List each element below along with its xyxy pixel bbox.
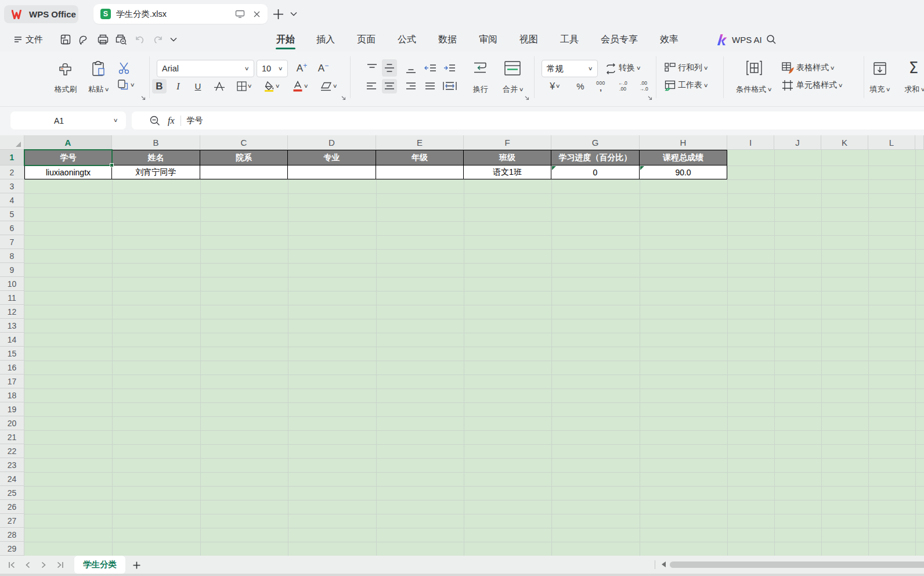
underline-button[interactable]: U [190,79,205,93]
row-header-5[interactable]: 5 [0,207,24,221]
horizontal-scrollbar-thumb[interactable] [670,561,924,568]
cell-E2[interactable] [376,165,464,179]
wps-ai-button[interactable]: WPS AI [716,27,762,52]
sum-icon[interactable]: Σ [905,59,922,77]
row-header-26[interactable]: 26 [0,500,24,514]
rows-columns-icon[interactable] [664,62,676,74]
zoom-formula-icon[interactable] [150,116,160,126]
menu-tab-9[interactable]: 会员专享 [601,27,638,52]
row-header-7[interactable]: 7 [0,235,24,249]
cell-style-icon[interactable] [781,80,794,91]
cell-C1[interactable]: 院系 [200,150,288,165]
sheet-tab-active[interactable]: 学生分类 [74,556,125,574]
column-header-M[interactable] [915,135,924,150]
cell-G2[interactable]: 0 [551,165,640,179]
cell-H2[interactable]: 90.0 [640,165,727,179]
monitor-icon[interactable] [235,10,245,18]
column-header-G[interactable]: G [551,135,640,150]
copy-icon[interactable]: ∨ [117,77,135,92]
column-header-K[interactable]: K [821,135,868,150]
print-icon[interactable] [97,27,109,52]
currency-format-button[interactable]: ¥∨ [544,79,565,93]
column-header-E[interactable]: E [376,135,464,150]
search-icon[interactable] [766,27,777,52]
row-header-28[interactable]: 28 [0,528,24,542]
new-tab-button[interactable] [272,8,284,20]
table-style-label[interactable]: 表格样式∨ [796,63,835,73]
merge-cells-icon[interactable] [503,59,522,77]
prev-sheet-icon[interactable] [25,556,30,574]
row-header-2[interactable]: 2 [0,165,24,179]
name-box[interactable]: A1 ∨ [10,111,126,129]
row-header-29[interactable]: 29 [0,542,24,556]
clipboard-dialog-launcher-icon[interactable] [141,96,146,100]
cell-B1[interactable]: 姓名 [112,150,200,165]
merge-cells-label[interactable]: 合并∨ [497,85,529,94]
scroll-left-icon[interactable] [662,561,666,567]
borders-button[interactable]: ∨ [232,79,257,93]
name-box-chevron-icon[interactable]: ∨ [113,118,118,123]
strikethrough-button[interactable] [211,79,228,93]
row-header-23[interactable]: 23 [0,458,24,472]
row-header-9[interactable]: 9 [0,263,24,277]
format-painter-icon[interactable] [56,60,74,78]
align-right-icon[interactable] [404,79,418,93]
cell-C2[interactable] [200,165,288,179]
redo-icon[interactable] [152,27,164,52]
format-painter-label[interactable]: 格式刷 [51,85,80,94]
fill-handle[interactable] [110,163,114,167]
font-name-combobox[interactable]: Arial∨ [157,60,254,77]
font-color-button[interactable]: ∨ [288,79,312,93]
cell-B2[interactable]: 刘宵宁同学 [112,165,200,179]
hamburger-menu-icon[interactable] [14,27,22,52]
row-header-14[interactable]: 14 [0,333,24,347]
fx-icon[interactable]: fx [168,116,175,126]
wrap-text-icon[interactable] [471,59,489,77]
align-center-icon[interactable] [382,79,397,93]
fill-color-button[interactable]: ∨ [259,79,284,93]
conditional-format-icon[interactable] [745,60,763,76]
fill-label[interactable]: 填充∨ [865,85,895,94]
font-dialog-launcher-icon[interactable] [341,96,346,100]
row-header-12[interactable]: 12 [0,305,24,319]
decrease-decimal-button[interactable]: .00→.0 [635,79,652,93]
column-header-C[interactable]: C [200,135,288,150]
first-sheet-icon[interactable] [8,556,16,574]
table-style-icon[interactable] [781,62,794,74]
sum-label[interactable]: 求和∨ [901,85,924,94]
align-justify-icon[interactable] [423,79,437,93]
row-header-17[interactable]: 17 [0,375,24,388]
menu-tab-4[interactable]: 公式 [398,27,416,52]
paste-icon[interactable] [91,60,107,77]
last-sheet-icon[interactable] [56,556,64,574]
italic-button[interactable]: I [172,79,185,93]
distributed-align-icon[interactable] [441,79,459,93]
row-header-20[interactable]: 20 [0,416,24,430]
number-format-combobox[interactable]: 常规∨ [542,60,598,77]
increase-decimal-button[interactable]: ←.0.00 [614,79,631,93]
export-icon[interactable] [78,27,89,52]
cell-H1[interactable]: 课程总成绩 [640,150,727,165]
row-header-13[interactable]: 13 [0,319,24,333]
cell-D2[interactable] [288,165,376,179]
percent-format-button[interactable]: % [572,79,589,93]
column-header-L[interactable]: L [868,135,915,150]
row-header-25[interactable]: 25 [0,486,24,500]
add-sheet-button[interactable] [129,557,144,573]
column-header-J[interactable]: J [774,135,821,150]
align-middle-icon[interactable] [382,59,397,77]
document-tab[interactable]: S 学生分类.xlsx [93,4,268,24]
worksheet-icon[interactable] [664,80,676,91]
row-header-27[interactable]: 27 [0,514,24,528]
row-header-22[interactable]: 22 [0,444,24,458]
increase-indent-icon[interactable] [442,62,457,75]
row-header-11[interactable]: 11 [0,291,24,305]
row-header-24[interactable]: 24 [0,472,24,486]
cell-F1[interactable]: 班级 [464,150,551,165]
fill-icon[interactable] [872,61,887,76]
print-preview-icon[interactable] [115,27,128,52]
row-header-18[interactable]: 18 [0,388,24,402]
menu-tab-1[interactable]: 开始 [276,27,295,52]
undo-icon[interactable] [134,27,146,52]
font-size-combobox[interactable]: 10∨ [257,60,288,77]
